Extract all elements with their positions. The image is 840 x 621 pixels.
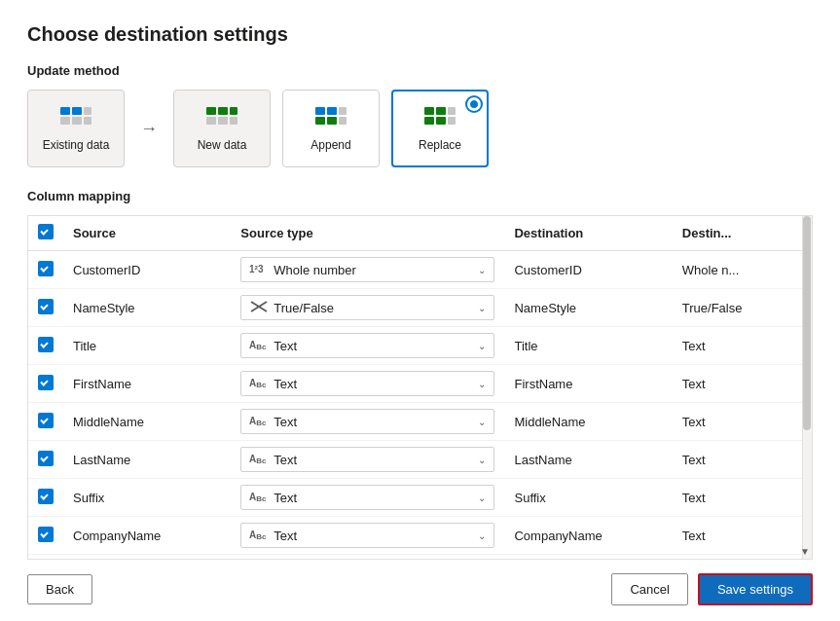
row-checkbox-cell: [28, 327, 63, 365]
dropdown-chevron-5: ⌄: [478, 455, 486, 465]
source-type-dropdown-7[interactable]: ABc Text ⌄: [240, 523, 494, 548]
type-content-2: ABc Text: [249, 338, 297, 353]
header-source-type: Source type: [231, 216, 504, 251]
footer-right-buttons: Cancel Save settings: [611, 573, 813, 605]
scrollbar-track[interactable]: ▼: [802, 216, 812, 559]
svg-rect-16: [339, 107, 347, 115]
method-card-new[interactable]: New data: [173, 90, 271, 167]
type-label-0: Whole number: [274, 263, 356, 277]
type-icon-0: 1²3: [249, 262, 269, 277]
row-destin-1: True/False: [673, 289, 812, 327]
row-source-2: Title: [63, 327, 231, 365]
row-checkbox-1[interactable]: [38, 299, 54, 314]
table-row: NameStyle True/False ⌄ NameStyle True/Fa…: [28, 289, 812, 327]
svg-text:ABc: ABc: [249, 530, 267, 541]
header-checkbox[interactable]: [38, 224, 54, 239]
type-label-1: True/False: [274, 301, 334, 315]
row-checkbox-cell: [28, 365, 63, 403]
row-checkbox-5[interactable]: [38, 451, 54, 466]
source-type-dropdown-5[interactable]: ABc Text ⌄: [240, 447, 494, 472]
svg-rect-22: [448, 107, 456, 115]
dropdown-chevron-7: ⌄: [478, 530, 486, 541]
row-checkbox-0[interactable]: [38, 261, 54, 276]
method-card-replace[interactable]: Replace: [391, 90, 489, 167]
svg-rect-6: [206, 107, 216, 115]
page-container: Choose destination settings Update metho…: [0, 0, 840, 621]
table-row: LastName ABc Text ⌄ LastName Text: [28, 441, 812, 479]
replace-label: Replace: [419, 138, 461, 152]
source-type-dropdown-3[interactable]: ABc Text ⌄: [240, 371, 494, 396]
svg-rect-3: [72, 117, 82, 125]
svg-rect-11: [230, 117, 237, 125]
row-destination-3: FirstName: [504, 365, 672, 403]
dropdown-chevron-2: ⌄: [478, 341, 486, 351]
svg-rect-13: [327, 107, 337, 115]
row-source-type-7: ABc Text ⌄: [231, 517, 504, 555]
type-content-5: ABc Text: [249, 452, 297, 467]
method-card-append[interactable]: Append: [282, 90, 380, 167]
existing-data-label: Existing data: [43, 138, 110, 152]
save-settings-button[interactable]: Save settings: [698, 573, 813, 605]
svg-rect-2: [60, 117, 70, 125]
row-checkbox-cell: [28, 403, 63, 441]
row-source-6: Suffix: [63, 479, 231, 517]
row-checkbox-2[interactable]: [38, 337, 54, 352]
type-content-4: ABc Text: [249, 414, 297, 429]
scroll-down-arrow[interactable]: ▼: [800, 546, 810, 557]
row-destin-2: Text: [673, 327, 812, 365]
back-button[interactable]: Back: [27, 574, 92, 604]
dropdown-chevron-1: ⌄: [478, 303, 486, 313]
selected-indicator: [467, 97, 481, 111]
type-label-4: Text: [274, 415, 297, 429]
row-source-type-6: ABc Text ⌄: [231, 479, 504, 517]
type-label-5: Text: [274, 453, 297, 467]
row-source-type-3: ABc Text ⌄: [231, 365, 504, 403]
cancel-button[interactable]: Cancel: [611, 573, 687, 605]
row-destination-7: CompanyName: [504, 517, 672, 555]
type-icon-5: ABc: [249, 452, 269, 467]
svg-rect-17: [339, 117, 347, 125]
row-checkbox-cell: [28, 517, 63, 555]
row-destin-4: Text: [673, 403, 812, 441]
row-destination-5: LastName: [504, 441, 672, 479]
source-type-dropdown-2[interactable]: ABc Text ⌄: [240, 333, 494, 358]
type-content-0: 1²3 Whole number: [249, 262, 356, 277]
row-destination-2: Title: [504, 327, 672, 365]
source-type-dropdown-4[interactable]: ABc Text ⌄: [240, 409, 494, 434]
row-checkbox-cell: [28, 289, 63, 327]
existing-data-icon: [58, 105, 93, 132]
row-destination-1: NameStyle: [504, 289, 672, 327]
method-card-existing[interactable]: Existing data: [27, 90, 125, 167]
svg-rect-4: [84, 107, 91, 115]
row-destin-0: Whole n...: [673, 251, 812, 289]
row-source-1: NameStyle: [63, 289, 231, 327]
source-type-dropdown-1[interactable]: True/False ⌄: [240, 295, 494, 320]
svg-text:ABc: ABc: [249, 340, 267, 351]
source-type-dropdown-0[interactable]: 1²3 Whole number ⌄: [240, 257, 494, 282]
source-type-dropdown-6[interactable]: ABc Text ⌄: [240, 485, 494, 510]
svg-rect-21: [436, 117, 446, 125]
row-checkbox-cell: [28, 251, 63, 289]
row-source-type-0: 1²3 Whole number ⌄: [231, 251, 504, 289]
row-source-0: CustomerID: [63, 251, 231, 289]
update-method-section: Update method Existing data →: [27, 63, 813, 167]
replace-icon: [422, 105, 457, 132]
row-checkbox-3[interactable]: [38, 375, 54, 390]
row-source-5: LastName: [63, 441, 231, 479]
row-checkbox-7[interactable]: [38, 527, 54, 542]
row-checkbox-4[interactable]: [38, 413, 54, 428]
type-icon-6: ABc: [249, 490, 269, 505]
row-checkbox-6[interactable]: [38, 489, 54, 504]
table-row: Title ABc Text ⌄ Title Text: [28, 327, 812, 365]
dropdown-chevron-6: ⌄: [478, 493, 486, 503]
scrollbar-thumb[interactable]: [803, 216, 811, 430]
row-destination-4: MiddleName: [504, 403, 672, 441]
table-header-row: Source Source type Destination Destin...: [28, 216, 812, 251]
row-source-type-2: ABc Text ⌄: [231, 327, 504, 365]
row-destin-7: Text: [673, 517, 812, 555]
svg-rect-23: [448, 117, 456, 125]
dropdown-chevron-3: ⌄: [478, 379, 486, 389]
svg-text:ABc: ABc: [249, 492, 267, 503]
svg-rect-5: [84, 117, 91, 125]
dropdown-chevron-4: ⌄: [478, 417, 486, 427]
